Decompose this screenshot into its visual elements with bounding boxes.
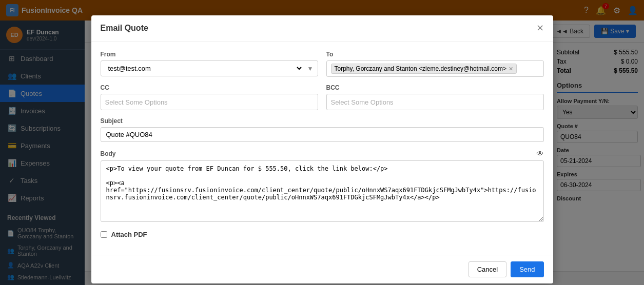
to-group: To Torphy, Gorczany and Stanton <zieme.d… — [326, 51, 544, 77]
attach-pdf-label: Attach PDF — [111, 231, 147, 238]
subject-label: Subject — [101, 117, 544, 125]
bcc-group: BCC Select Some Options — [326, 84, 544, 110]
from-label: From — [101, 51, 318, 58]
to-tag-text: Torphy, Gorczany and Stanton <zieme.dest… — [335, 65, 506, 72]
modal-body: From test@test.com ▼ To Torphy, Gorc — [91, 42, 553, 255]
to-tags-input[interactable]: Torphy, Gorczany and Stanton <zieme.dest… — [326, 60, 544, 77]
subject-input[interactable] — [101, 127, 544, 142]
bcc-label: BCC — [326, 84, 544, 91]
cc-input[interactable]: Select Some Options — [101, 94, 318, 110]
subject-section: Subject — [101, 117, 544, 142]
to-label: To — [326, 51, 544, 58]
body-label: Body — [101, 150, 116, 157]
modal-close-button[interactable]: ✕ — [536, 23, 544, 34]
from-select-wrapper: test@test.com ▼ — [101, 60, 318, 76]
body-textarea[interactable]: <p>To view your quote from EF Duncan for… — [101, 160, 544, 222]
modal-title: Email Quote — [101, 24, 148, 33]
from-select[interactable]: test@test.com — [101, 61, 303, 76]
cc-group: CC Select Some Options — [101, 84, 318, 110]
from-to-row: From test@test.com ▼ To Torphy, Gorc — [101, 51, 544, 77]
cc-placeholder: Select Some Options — [105, 98, 168, 106]
to-tag-remove[interactable]: ✕ — [509, 66, 513, 72]
bcc-placeholder: Select Some Options — [331, 98, 394, 106]
from-group: From test@test.com ▼ — [101, 51, 318, 77]
attach-pdf-row: Attach PDF — [101, 231, 544, 238]
cc-bcc-row: CC Select Some Options BCC Select Some O… — [101, 84, 544, 110]
app-wrapper: Fi FusionInvoice QA ? 🔔 7 ⚙ 👤 ED EF Dunc… — [0, 0, 644, 285]
attach-pdf-checkbox[interactable] — [101, 231, 107, 238]
body-section: Body 👁 <p>To view your quote from EF Dun… — [101, 149, 544, 223]
cancel-button[interactable]: Cancel — [469, 261, 506, 277]
cc-label: CC — [101, 84, 318, 91]
modal-header: Email Quote ✕ — [91, 15, 553, 42]
to-tag: Torphy, Gorczany and Stanton <zieme.dest… — [331, 64, 517, 74]
modal-overlay: Email Quote ✕ From test@test.com ▼ — [0, 0, 644, 285]
email-quote-modal: Email Quote ✕ From test@test.com ▼ — [91, 15, 553, 283]
bcc-input[interactable]: Select Some Options — [326, 94, 544, 110]
from-select-arrow: ▼ — [303, 65, 318, 72]
send-button[interactable]: Send — [511, 261, 543, 277]
body-label-row: Body 👁 — [101, 149, 544, 158]
eye-icon[interactable]: 👁 — [536, 149, 544, 158]
modal-footer: Cancel Send — [91, 255, 553, 283]
